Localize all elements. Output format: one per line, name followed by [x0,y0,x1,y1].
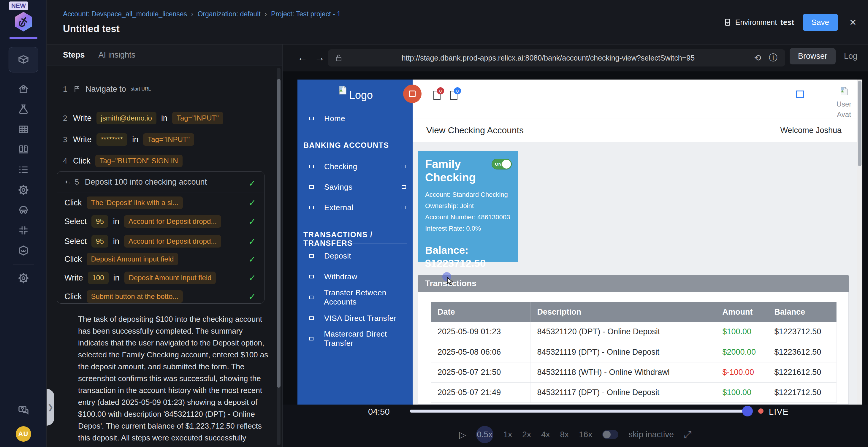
bank-nav-visa-transfer[interactable]: VISA Direct Transfer [298,312,413,324]
bank-scrollbar-thumb[interactable] [858,81,862,166]
skip-inactive-toggle[interactable] [602,430,618,439]
back-icon[interactable]: ← [298,52,308,63]
substep-row-6[interactable]: Click Submit button at the botto... [64,288,183,305]
notification-icon[interactable]: 0 [433,91,440,100]
bank-nav-external[interactable]: External [298,201,413,214]
bank-logo[interactable]: Logo [298,85,413,101]
step-group-header[interactable]: ✦˖ 5 Deposit 100 into checking account [57,171,264,193]
step-number: 3 [63,135,68,144]
step-target-chip[interactable]: Submit button at the botto... [87,290,183,303]
save-button[interactable]: Save [803,14,838,31]
url-text[interactable]: http://stage.dbank.prod-apps.relicx.ai:8… [342,54,754,62]
user-avatar[interactable]: AU [16,426,31,442]
sidebar-item-admin-settings[interactable] [9,268,38,288]
account-on-toggle[interactable]: ON [492,159,512,169]
bank-nav-label: Checking [324,162,358,171]
speed-1x[interactable]: 1x [503,430,513,439]
speed-8x[interactable]: 8x [560,430,569,439]
tab-log[interactable]: Log [836,48,866,64]
substep-row-1[interactable]: Click The 'Deposit' link with a si... [64,194,183,211]
sidebar-item-lab[interactable] [9,99,38,119]
speed-16x[interactable]: 16x [579,430,592,439]
breadcrumb-project[interactable]: Project: Test project - 1 [271,10,341,18]
forward-icon[interactable]: → [315,52,325,63]
step-row-1[interactable]: 1 Navigate to start URL [63,81,151,97]
bank-nav-savings[interactable]: Savings [298,181,413,193]
speed-4x[interactable]: 4x [541,430,550,439]
sidebar-item-list[interactable] [9,160,38,180]
steps-scrollbar[interactable] [277,68,281,445]
bank-nav-transfer[interactable]: Transfer Between Accounts [298,291,413,304]
bank-nav-deposit[interactable]: Deposit [298,250,413,262]
column-header-balance[interactable]: Balance [768,302,836,322]
user-avatar-broken-image[interactable]: User Avat [828,86,860,120]
tab-steps[interactable]: Steps [63,51,85,60]
bank-nav-mastercard-transfer[interactable]: Mastercard Direct Transfer [298,333,413,345]
family-checking-card[interactable]: Family Checking ON Account: Standard Che… [418,151,518,262]
tab-browser[interactable]: Browser [789,48,836,64]
bank-nav-home[interactable]: Home [298,113,413,124]
step-target-chip[interactable]: Tag="BUTTON" SIGN IN [95,155,183,167]
step-target-chip[interactable]: The 'Deposit' link with a si... [87,196,183,209]
bank-nav-withdraw[interactable]: Withdraw [298,271,413,283]
tab-ai-insights[interactable]: AI insights [98,51,136,60]
stop-recording-button[interactable] [403,85,422,103]
panel-collapse-handle[interactable]: ❯ [46,389,54,426]
sidebar-item-runs[interactable] [9,139,38,160]
url-bar[interactable]: http://stage.dbank.prod-apps.relicx.ai:8… [328,49,785,66]
step-target-chip[interactable]: Deposit Amount input field [87,253,178,265]
bank-page-scrollbar[interactable] [857,79,862,405]
sidebar-item-home[interactable] [9,79,38,99]
sidebar-item-links[interactable] [9,241,38,261]
speed-2x[interactable]: 2x [522,430,531,439]
bank-nav-checking[interactable]: Checking [298,161,413,172]
close-icon[interactable]: ✕ [849,17,857,28]
substep-row-3[interactable]: Select 95 in Account for Deposit dropd..… [64,233,221,250]
sidebar-item-incognito[interactable] [9,200,38,220]
substep-row-5[interactable]: Write 100 in Deposit Amount input field [64,269,216,286]
table-row[interactable]: 2025-05-09 01:23 845321120 (DPT) - Onlin… [431,322,836,342]
info-icon[interactable]: ⓘ [769,52,777,64]
step-value-chip[interactable]: 100 [88,272,108,284]
step-row-2[interactable]: 2 Write jsmith@demo.io in Tag="INPUT" [63,110,223,126]
step-value-chip[interactable]: 95 [91,235,108,248]
timeline-slider[interactable] [410,410,746,413]
step-target-chip[interactable]: Tag="INPUT" [143,133,194,146]
sidebar-item-settings[interactable] [9,180,38,200]
refresh-icon[interactable]: ⟲ [754,53,761,63]
sidebar-item-tests[interactable] [9,47,38,72]
substep-row-2[interactable]: Select 95 in Account for Deposit dropd..… [64,213,221,230]
substep-row-4[interactable]: Click Deposit Amount input field [64,251,178,267]
step-target-chip[interactable]: Account for Deposit dropd... [124,215,221,228]
column-header-amount[interactable]: Amount [716,302,768,322]
step-value-chip[interactable]: 95 [91,215,108,228]
start-url-link[interactable]: start URL [131,86,151,92]
step-row-4[interactable]: 4 Click Tag="BUTTON" SIGN IN [63,153,183,169]
table-row[interactable]: 2025-05-08 06:06 845321119 (DPT) - Onlin… [431,342,836,362]
step-target-chip[interactable]: Account for Deposit dropd... [124,235,221,248]
column-header-description[interactable]: Description [530,302,716,322]
table-row[interactable]: 2025-05-07 21:50 845321118 (WTH) - Onlin… [431,362,836,382]
transactions-header[interactable]: Transactions [418,275,849,292]
table-row[interactable]: 2025-05-07 21:49 845321117 (DPT) - Onlin… [431,382,836,403]
speed-0-5x[interactable]: 0.5x [476,426,493,443]
checkbox-icon[interactable] [796,91,804,98]
step-target-chip[interactable]: Tag="INPUT" [172,112,223,124]
steps-scrollbar-thumb[interactable] [277,79,281,388]
breadcrumb-organization[interactable]: Organization: default [197,10,260,18]
fullscreen-icon[interactable]: ⤢ [684,429,692,440]
column-header-date[interactable]: Date [431,302,530,322]
step-value-chip[interactable]: jsmith@demo.io [96,112,156,124]
environment-selector[interactable]: Environment test [723,18,795,27]
timeline-slider-knob[interactable] [742,406,753,416]
play-button[interactable]: ▷ [459,429,466,440]
app-logo[interactable] [14,11,33,32]
step-target-chip[interactable]: Deposit Amount input field [124,272,216,284]
message-icon[interactable]: 0 [450,91,458,100]
step-row-3[interactable]: 3 Write ******** in Tag="INPUT" [63,131,194,148]
help-chat-button[interactable] [18,404,29,417]
breadcrumb-account[interactable]: Account: Devspace_all_module_licenses [63,10,187,18]
sidebar-item-suites[interactable] [9,119,38,139]
sidebar-item-integrations[interactable] [9,220,38,241]
step-value-chip[interactable]: ******** [96,133,128,146]
